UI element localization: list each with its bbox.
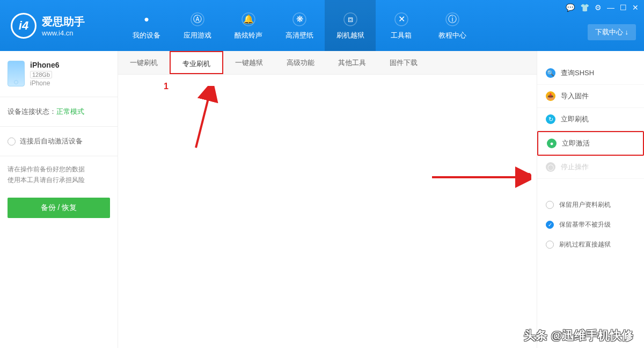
main-content: 一键刷机专业刷机一键越狱高级功能其他工具固件下载 <box>118 51 537 348</box>
sub-tabs: 一键刷机专业刷机一键越狱高级功能其他工具固件下载 <box>118 51 537 75</box>
svg-line-14 <box>196 90 210 148</box>
svg-text:⧈: ⧈ <box>348 15 353 24</box>
apple-icon: ● <box>138 11 155 27</box>
action-2[interactable]: ↻立即刷机 <box>537 108 644 131</box>
tab-3[interactable]: 高级功能 <box>275 51 326 74</box>
action-icon: ● <box>547 139 557 148</box>
svg-text:✕: ✕ <box>398 15 405 24</box>
nav-app[interactable]: Ⓐ应用游戏 <box>172 0 223 51</box>
connection-status: 设备连接状态：正常模式 <box>0 97 118 127</box>
tab-2[interactable]: 一键越狱 <box>223 51 275 74</box>
device-name: iPhone6 <box>30 61 59 69</box>
download-center-button[interactable]: 下载中心 ↓ <box>588 24 636 40</box>
arrow-2-icon <box>429 166 531 188</box>
action-0[interactable]: 🔍查询SHSH <box>537 62 644 85</box>
warning-text: 请在操作前备份好您的数据使用本工具请自行承担风险 <box>0 156 118 193</box>
nav-tools[interactable]: ✕工具箱 <box>376 0 427 51</box>
arrow-1-icon <box>188 86 220 150</box>
action-icon: ◯ <box>546 162 555 172</box>
box-icon: ⧈ <box>342 11 358 27</box>
backup-restore-button[interactable]: 备份 / 恢复 <box>8 198 110 218</box>
right-panel: 🔍查询SHSH📥导入固件↻立即刷机●立即激活◯停止操作保留用户资料刷机保留基带不… <box>537 51 644 348</box>
tab-5[interactable]: 固件下载 <box>378 51 429 74</box>
watermark: 头条 @迅维手机快修 <box>524 328 633 344</box>
option-0[interactable]: 保留用户资料刷机 <box>537 195 644 215</box>
radio-icon <box>8 137 16 146</box>
radio-icon <box>546 221 554 229</box>
skin-icon[interactable]: 👕 <box>580 3 589 12</box>
auto-activate-option[interactable]: 连接后自动激活设备 <box>0 127 118 156</box>
action-4: ◯停止操作 <box>537 156 644 179</box>
logo: i4 爱思助手 www.i4.cn <box>0 13 121 39</box>
radio-icon <box>546 241 554 249</box>
brand-url: www.i4.cn <box>42 29 85 37</box>
sidebar: iPhone6 128Gb iPhone 设备连接状态：正常模式 连接后自动激活… <box>0 51 118 348</box>
action-3[interactable]: ●立即激活 <box>537 131 644 156</box>
info-icon: ⓘ <box>444 11 460 27</box>
logo-icon: i4 <box>11 13 36 39</box>
option-1[interactable]: 保留基带不被升级 <box>537 215 644 235</box>
nav-bell[interactable]: 🔔酷炫铃声 <box>223 0 274 51</box>
window-controls: 💬 👕 ⚙ — ☐ ✕ <box>566 3 639 12</box>
tools-icon: ✕ <box>393 11 409 27</box>
action-icon: ↻ <box>546 114 555 124</box>
nav-flower[interactable]: ❋高清壁纸 <box>274 0 325 51</box>
action-1[interactable]: 📥导入固件 <box>537 85 644 108</box>
settings-icon[interactable]: ⚙ <box>595 3 602 12</box>
main-nav: ●我的设备Ⓐ应用游戏🔔酷炫铃声❋高清壁纸⧈刷机越狱✕工具箱ⓘ教程中心 <box>121 0 478 51</box>
app-header: i4 爱思助手 www.i4.cn ●我的设备Ⓐ应用游戏🔔酷炫铃声❋高清壁纸⧈刷… <box>0 0 644 51</box>
action-icon: 📥 <box>546 91 555 101</box>
bell-icon: 🔔 <box>240 11 257 27</box>
nav-apple[interactable]: ●我的设备 <box>121 0 172 51</box>
radio-icon <box>546 201 554 209</box>
tab-1[interactable]: 专业刷机 <box>170 51 223 74</box>
feedback-icon[interactable]: 💬 <box>566 3 575 12</box>
minimize-icon[interactable]: — <box>607 3 614 12</box>
svg-text:ⓘ: ⓘ <box>448 15 457 24</box>
tab-0[interactable]: 一键刷机 <box>118 51 170 74</box>
option-2[interactable]: 刷机过程直接越狱 <box>537 235 644 255</box>
annotation-1: 1 <box>164 82 169 91</box>
svg-text:Ⓐ: Ⓐ <box>193 15 202 24</box>
device-card[interactable]: iPhone6 128Gb iPhone <box>0 51 118 97</box>
flower-icon: ❋ <box>291 11 308 27</box>
phone-icon <box>8 61 25 86</box>
maximize-icon[interactable]: ☐ <box>620 3 627 12</box>
nav-box[interactable]: ⧈刷机越狱 <box>325 0 376 51</box>
tab-4[interactable]: 其他工具 <box>326 51 378 74</box>
action-icon: 🔍 <box>546 68 555 78</box>
brand-name: 爱思助手 <box>42 15 85 29</box>
svg-text:●: ● <box>144 15 149 24</box>
close-icon[interactable]: ✕ <box>632 3 639 12</box>
svg-text:❋: ❋ <box>296 15 303 24</box>
app-icon: Ⓐ <box>189 11 206 27</box>
device-type: iPhone <box>30 79 59 87</box>
nav-info[interactable]: ⓘ教程中心 <box>427 0 478 51</box>
device-capacity: 128Gb <box>30 71 52 78</box>
svg-text:🔔: 🔔 <box>243 14 254 24</box>
